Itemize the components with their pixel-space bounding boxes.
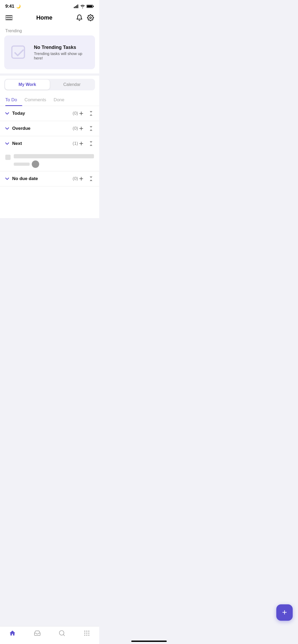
section-overdue-header[interactable]: Overdue (0) — [0, 121, 99, 136]
sort-overdue-button[interactable] — [88, 126, 94, 131]
section-next-count: (1) — [73, 141, 78, 146]
main-content: Trending No Trending Tasks Trending task… — [0, 25, 99, 218]
sort-today-button[interactable] — [88, 111, 94, 116]
section-today-count: (0) — [73, 111, 78, 116]
trending-title: No Trending Tasks — [34, 45, 90, 50]
tab-calendar[interactable]: Calendar — [50, 80, 94, 90]
svg-rect-3 — [78, 4, 78, 8]
menu-button[interactable] — [5, 15, 13, 20]
chevron-down-icon — [5, 176, 9, 181]
section-divider — [0, 73, 99, 76]
section-today-header[interactable]: Today (0) — [0, 106, 99, 121]
task-title-skeleton — [14, 154, 94, 158]
task-sections: Today (0) — [0, 106, 99, 186]
svg-point-7 — [90, 17, 92, 19]
sub-tabs: To Do Comments Done — [0, 94, 99, 106]
task-content — [14, 154, 94, 168]
add-no-due-date-button[interactable] — [78, 176, 84, 182]
trending-text: No Trending Tasks Trending tasks will sh… — [34, 45, 90, 60]
trending-empty-icon — [10, 43, 29, 62]
tab-pills: My Work Calendar — [4, 79, 95, 90]
section-today-title: Today — [12, 111, 73, 116]
section-overdue: Overdue (0) — [0, 121, 99, 136]
section-no-due-date: No due date (0) — [0, 171, 99, 186]
svg-rect-8 — [12, 46, 25, 58]
tab-selector: My Work Calendar — [0, 76, 99, 94]
task-item-skeleton — [0, 151, 99, 171]
add-today-button[interactable] — [78, 110, 84, 117]
sub-tab-comments[interactable]: Comments — [24, 94, 51, 106]
section-overdue-count: (0) — [73, 126, 78, 131]
gear-icon — [87, 14, 94, 21]
page-title: Home — [36, 14, 52, 21]
svg-rect-6 — [93, 6, 94, 7]
signal-icon — [74, 4, 79, 8]
bell-button[interactable] — [76, 14, 83, 21]
section-next-header[interactable]: Next (1) — [0, 136, 99, 151]
bell-icon — [76, 14, 83, 21]
status-bar: 9:41 🌙 — [0, 0, 99, 11]
section-next-actions — [78, 140, 94, 147]
task-avatar-skeleton — [32, 160, 39, 168]
battery-icon — [87, 4, 94, 8]
trending-card: No Trending Tasks Trending tasks will sh… — [4, 35, 95, 69]
section-overdue-title: Overdue — [12, 126, 73, 131]
bottom-padding — [0, 186, 99, 218]
task-checkbox — [5, 155, 11, 160]
chevron-down-icon — [5, 111, 9, 116]
task-tag-skeleton — [14, 163, 30, 166]
sort-no-due-date-button[interactable] — [88, 176, 94, 182]
section-no-due-date-header[interactable]: No due date (0) — [0, 171, 99, 186]
section-overdue-actions — [78, 125, 94, 132]
header: Home — [0, 11, 99, 25]
wifi-icon — [80, 4, 85, 8]
moon-icon: 🌙 — [16, 4, 21, 8]
settings-button[interactable] — [87, 14, 94, 21]
sub-tab-todo[interactable]: To Do — [5, 94, 22, 106]
status-icons — [74, 4, 94, 8]
section-today: Today (0) — [0, 106, 99, 121]
add-overdue-button[interactable] — [78, 125, 84, 132]
status-time: 9:41 🌙 — [5, 4, 21, 9]
section-no-due-date-title: No due date — [12, 176, 73, 181]
header-actions — [76, 14, 94, 21]
svg-rect-5 — [87, 6, 92, 7]
trending-subtitle: Trending tasks will show up here! — [34, 51, 90, 60]
section-next-title: Next — [12, 141, 73, 146]
section-no-due-date-actions — [78, 176, 94, 182]
sort-next-button[interactable] — [88, 141, 94, 146]
svg-rect-1 — [75, 6, 76, 8]
chevron-down-icon — [5, 141, 9, 146]
trending-label: Trending — [0, 25, 99, 35]
section-today-actions — [78, 110, 94, 117]
chevron-down-icon — [5, 126, 9, 131]
svg-rect-2 — [76, 5, 77, 8]
section-no-due-date-count: (0) — [73, 176, 78, 181]
add-next-button[interactable] — [78, 140, 84, 147]
sub-tab-done[interactable]: Done — [54, 94, 70, 106]
svg-rect-0 — [74, 7, 75, 8]
tab-my-work[interactable]: My Work — [5, 80, 50, 90]
section-next: Next (1) — [0, 136, 99, 171]
task-meta-skeleton — [14, 160, 94, 168]
